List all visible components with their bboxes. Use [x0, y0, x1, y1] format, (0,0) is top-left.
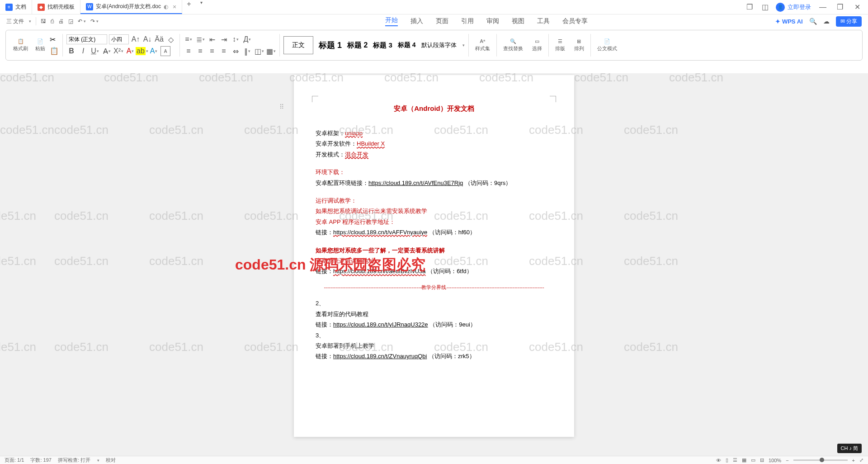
- fit-icon[interactable]: ⤢: [859, 457, 863, 463]
- menu-member[interactable]: 会员专享: [562, 17, 588, 25]
- wps-ai-button[interactable]: ✦ WPS AI: [775, 18, 802, 25]
- doc-line[interactable]: 查看对应的代码教程: [316, 309, 552, 319]
- tab-documents[interactable]: ≡ 文档: [0, 0, 32, 14]
- redo-icon[interactable]: ↷▾: [90, 18, 99, 24]
- style-h2[interactable]: 标题 2: [347, 41, 368, 50]
- window-icon[interactable]: ❐: [745, 3, 754, 12]
- zoom-out-button[interactable]: −: [786, 458, 788, 463]
- menu-start[interactable]: 开始: [385, 16, 398, 26]
- preview-icon[interactable]: ◲: [68, 18, 73, 24]
- undo-icon[interactable]: ↶▾: [78, 18, 86, 24]
- doc-line[interactable]: 链接：https://cl0ud.189.cn/t/aeuIBvzIvU3a （…: [316, 266, 552, 276]
- menu-reference[interactable]: 引用: [461, 17, 474, 25]
- doc-line[interactable]: 安卓配置环境链接：https://cloud.189.cn/t/AVfEnu3E…: [316, 178, 552, 188]
- doc-line[interactable]: 2、: [316, 298, 552, 308]
- print-icon[interactable]: 🖨: [58, 18, 64, 24]
- login-button[interactable]: 👤 立即登录: [776, 3, 811, 12]
- menu-tools[interactable]: 工具: [537, 17, 550, 25]
- layout-v-button[interactable]: ☰排版: [552, 38, 568, 52]
- clipboard-icon[interactable]: 📋: [50, 47, 59, 55]
- outdent-icon[interactable]: ⇤: [207, 34, 217, 44]
- doc-line[interactable]: 如果想把系统调试运行出来需安装系统教学: [316, 206, 552, 216]
- doc-line[interactable]: 安卓框架：uniapp: [316, 128, 552, 138]
- style-normal[interactable]: 正文: [283, 36, 313, 54]
- view-outline-icon[interactable]: ☰: [733, 457, 737, 463]
- view-page-icon[interactable]: ▯: [726, 457, 728, 463]
- doc-line[interactable]: 开发模式：混合开发: [316, 149, 552, 160]
- superscript-button[interactable]: X²▾: [113, 46, 123, 56]
- text-effect-button[interactable]: A▾: [149, 46, 159, 56]
- decrease-font-icon[interactable]: A↓: [142, 34, 152, 44]
- menu-view[interactable]: 视图: [512, 17, 524, 25]
- layout-h-button[interactable]: ⊞排列: [571, 38, 587, 52]
- char-border-button[interactable]: A: [160, 46, 170, 56]
- align-center-icon[interactable]: ≡: [195, 46, 205, 56]
- italic-button[interactable]: I: [78, 46, 88, 56]
- view-eye-icon[interactable]: 👁: [716, 458, 721, 463]
- strike-button[interactable]: A̶▾: [102, 46, 112, 56]
- doc-line[interactable]: 链接：https://cloud.189.cn/t/vAFFVnyauiye （…: [316, 227, 552, 237]
- align-left-icon[interactable]: ≡: [184, 46, 193, 56]
- file-menu[interactable]: 三 文件: [6, 18, 24, 25]
- add-tab-button[interactable]: +: [182, 0, 195, 14]
- indent-icon[interactable]: ⇥: [219, 34, 229, 44]
- zoom-value[interactable]: 100%: [769, 458, 781, 463]
- menu-page[interactable]: 页面: [436, 17, 448, 25]
- cut-icon[interactable]: ✂: [50, 35, 59, 44]
- cube-icon[interactable]: ◫: [760, 3, 769, 12]
- close-icon[interactable]: ×: [173, 3, 176, 10]
- export-icon[interactable]: ⎙: [51, 18, 54, 24]
- bold-button[interactable]: B: [66, 46, 76, 56]
- select-button[interactable]: ▭选择: [529, 38, 545, 52]
- doc-title[interactable]: 安卓（Android）开发文档: [316, 102, 552, 114]
- doc-line[interactable]: 如果您想对系统多一些了解，一定要去看系统讲解: [316, 245, 552, 256]
- line-spacing-icon[interactable]: ‖▾: [242, 46, 252, 56]
- view-read-icon[interactable]: ▭: [751, 457, 755, 463]
- status-page[interactable]: 页面: 1/1: [5, 457, 24, 464]
- style-h4[interactable]: 标题 4: [398, 41, 416, 49]
- underline-button[interactable]: U▾: [90, 46, 100, 56]
- copy-icon[interactable]: 📋: [18, 38, 24, 44]
- styles-more-icon[interactable]: ▾: [462, 43, 465, 47]
- doc-line[interactable]: 安卓 APP 程序运行教学地址：: [316, 217, 552, 227]
- number-list-icon[interactable]: ≣▾: [195, 34, 205, 44]
- maximize-button[interactable]: ❐: [835, 2, 845, 13]
- doc-line[interactable]: 安卓系统逻辑讲解地址：: [316, 256, 552, 266]
- tab-android-doc[interactable]: W 安卓(Android)开放文档.doc ◐ ×: [80, 0, 182, 14]
- cloud-icon[interactable]: ☁: [823, 18, 830, 25]
- view-split-icon[interactable]: ⊟: [760, 457, 764, 463]
- font-color-button[interactable]: A▾: [125, 46, 135, 56]
- status-proof[interactable]: 校对: [106, 457, 116, 464]
- search-icon[interactable]: 🔍: [809, 18, 817, 25]
- font-name-select[interactable]: [66, 34, 107, 44]
- highlight-button[interactable]: ab▾: [137, 46, 147, 56]
- border-icon[interactable]: ▦▾: [266, 46, 276, 56]
- document-canvas[interactable]: ⠿ 安卓（Android）开发文档 安卓框架：uniapp 安卓开发软件：HBu…: [0, 73, 868, 456]
- drag-handle-icon[interactable]: ⠿: [279, 101, 284, 113]
- change-case-icon[interactable]: Ää: [154, 34, 164, 44]
- doc-line[interactable]: 环境下载：: [316, 167, 552, 177]
- align-right-icon[interactable]: ≡: [207, 46, 217, 56]
- share-button[interactable]: ✉ 分享: [836, 16, 862, 27]
- status-spell[interactable]: 拼写检查: 打开: [58, 457, 90, 464]
- style-h1[interactable]: 标题 1: [319, 40, 342, 51]
- view-web-icon[interactable]: ▦: [742, 457, 746, 463]
- increase-font-icon[interactable]: A↑: [131, 34, 141, 44]
- bullet-list-icon[interactable]: ≡▾: [184, 34, 193, 44]
- tab-templates[interactable]: ◆ 找稻壳模板: [32, 0, 80, 14]
- style-default-font[interactable]: 默认段落字体: [421, 41, 457, 49]
- doc-line[interactable]: 3、: [316, 330, 552, 341]
- tab-dropdown[interactable]: ▾: [196, 0, 207, 14]
- doc-line[interactable]: 运行调试教学：: [316, 195, 552, 206]
- close-button[interactable]: ✕: [852, 2, 863, 13]
- menu-review[interactable]: 审阅: [486, 17, 499, 25]
- sort-icon[interactable]: Д▾: [242, 34, 252, 44]
- doc-line[interactable]: 链接：https://cloud.189.cn/t/yIJRnaqU322e （…: [316, 319, 552, 330]
- gov-mode-button[interactable]: 📄公文模式: [594, 38, 620, 52]
- find-replace-button[interactable]: 🔍查找替换: [500, 38, 526, 52]
- text-direction-icon[interactable]: ↕▾: [231, 34, 241, 44]
- distribute-icon[interactable]: ⇔: [231, 46, 241, 56]
- align-justify-icon[interactable]: ≡: [219, 46, 229, 56]
- doc-line[interactable]: 安卓部署到手机上教学: [316, 341, 552, 351]
- doc-line[interactable]: 安卓开发软件：HBuilder X: [316, 138, 552, 149]
